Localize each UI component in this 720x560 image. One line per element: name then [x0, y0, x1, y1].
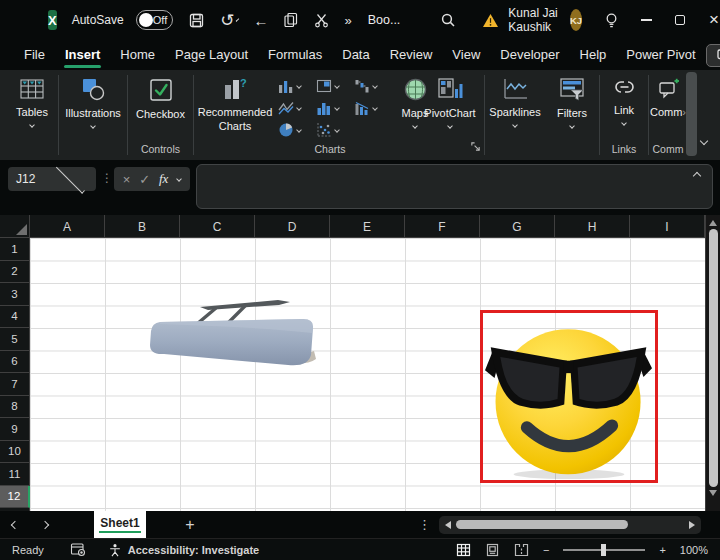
column-header[interactable]: E — [330, 215, 405, 238]
confirm-entry-icon[interactable]: ✓ — [139, 172, 150, 187]
overflow-icon[interactable]: » — [344, 13, 351, 28]
tables-button[interactable]: Tables — [6, 70, 58, 140]
tab-home[interactable]: Home — [110, 42, 165, 69]
scroll-left-icon[interactable] — [445, 521, 451, 529]
tab-developer[interactable]: Developer — [490, 42, 569, 69]
row-header[interactable]: 6 — [0, 351, 30, 374]
row-header[interactable]: 1 — [0, 238, 30, 261]
sparklines-button[interactable]: Sparklines — [486, 70, 544, 140]
add-sheet-button[interactable]: + — [180, 516, 200, 534]
column-header[interactable]: I — [630, 215, 705, 238]
zoom-slider[interactable] — [563, 549, 645, 551]
macro-record-icon[interactable] — [70, 542, 86, 557]
name-box[interactable]: J12 — [8, 167, 96, 191]
row-header[interactable]: 9 — [0, 418, 30, 441]
minimize-button[interactable] — [629, 0, 663, 40]
user-account[interactable]: Kunal Jai Kaushik KJ — [482, 6, 582, 34]
accessibility-status[interactable]: Accessibility: Investigate — [128, 544, 259, 556]
zoom-out-icon[interactable]: − — [543, 544, 549, 556]
boat-3d-model-image[interactable] — [138, 293, 323, 375]
column-header[interactable]: D — [255, 215, 330, 238]
tab-insert[interactable]: Insert — [55, 42, 110, 69]
link-button[interactable]: Link — [601, 70, 647, 140]
accessibility-icon[interactable] — [108, 543, 122, 557]
ribbon-scrollbar[interactable] — [686, 72, 697, 156]
row-header[interactable]: 5 — [0, 328, 30, 351]
tab-view[interactable]: View — [442, 42, 490, 69]
column-header[interactable]: C — [180, 215, 255, 238]
insert-hierarchy-chart-button[interactable] — [316, 78, 339, 94]
row-header[interactable]: 7 — [0, 373, 30, 396]
new-comment-button[interactable]: Comm› — [650, 70, 686, 140]
insert-pie-chart-button[interactable] — [278, 122, 301, 138]
insert-waterfall-chart-button[interactable] — [354, 78, 377, 94]
sheet-options-icon[interactable]: ⋮ — [418, 517, 431, 532]
tab-file[interactable]: File — [14, 42, 55, 69]
scroll-down-icon[interactable] — [709, 490, 717, 496]
scroll-right-icon[interactable] — [689, 521, 695, 529]
insert-statistic-chart-button[interactable] — [316, 100, 339, 116]
cancel-entry-icon[interactable]: × — [123, 172, 131, 187]
back-arrow-icon[interactable]: ← — [253, 12, 268, 29]
illustrations-button[interactable]: Illustrations — [60, 70, 126, 140]
zoom-slider-handle[interactable] — [601, 544, 606, 556]
column-header[interactable]: H — [555, 215, 630, 238]
horizontal-scrollbar[interactable] — [439, 516, 701, 534]
fx-dropdown-icon[interactable] — [176, 176, 182, 182]
insert-combo-chart-button[interactable] — [354, 100, 377, 116]
collapse-ribbon-icon[interactable] — [700, 137, 708, 145]
insert-scatter-chart-button[interactable] — [316, 122, 339, 138]
zoom-in-icon[interactable]: + — [659, 544, 665, 556]
undo-dropdown-icon[interactable] — [236, 18, 240, 22]
close-button[interactable]: × — [697, 0, 720, 40]
row-header[interactable]: 3 — [0, 283, 30, 306]
maximize-button[interactable] — [663, 0, 697, 40]
tab-formulas[interactable]: Formulas — [258, 42, 332, 69]
column-header[interactable]: A — [30, 215, 105, 238]
row-header[interactable]: 4 — [0, 306, 30, 329]
formula-input[interactable] — [196, 164, 713, 209]
save-icon[interactable] — [188, 12, 205, 29]
search-icon[interactable] — [440, 12, 456, 28]
column-header[interactable]: B — [105, 215, 180, 238]
select-all-corner[interactable] — [0, 215, 30, 238]
avatar[interactable]: KJ — [570, 9, 582, 31]
checkbox-button[interactable]: Checkbox — [129, 70, 192, 140]
horizontal-scroll-thumb[interactable] — [456, 520, 628, 529]
row-header[interactable]: 2 — [0, 261, 30, 284]
tab-review[interactable]: Review — [380, 42, 443, 69]
formula-bar-grip-icon[interactable]: ⋮ — [101, 171, 113, 185]
next-sheet-icon[interactable] — [30, 522, 60, 528]
insert-column-chart-button[interactable] — [278, 78, 301, 94]
insert-function-icon[interactable]: fx — [159, 171, 168, 187]
tab-data[interactable]: Data — [332, 42, 379, 69]
tab-power-pivot[interactable]: Power Pivot — [616, 42, 705, 69]
copy-icon[interactable] — [283, 12, 299, 28]
lightbulb-icon[interactable] — [604, 12, 619, 29]
filters-button[interactable]: Filters — [546, 70, 598, 140]
row-header[interactable]: 10 — [0, 441, 30, 464]
column-header[interactable]: F — [405, 215, 480, 238]
tab-page-layout[interactable]: Page Layout — [165, 42, 258, 69]
pivotchart-button[interactable]: PivotChart — [415, 70, 485, 140]
normal-view-icon[interactable] — [456, 543, 471, 557]
recommended-charts-button[interactable]: ? Recommended Charts — [195, 70, 275, 140]
vertical-scrollbar[interactable] — [705, 215, 720, 511]
scroll-up-icon[interactable] — [709, 220, 717, 226]
row-header[interactable]: 11 — [0, 463, 30, 486]
page-break-view-icon[interactable] — [514, 543, 529, 557]
charts-dialog-launcher-icon[interactable] — [470, 141, 481, 152]
vertical-scroll-thumb[interactable] — [709, 229, 718, 487]
page-layout-view-icon[interactable] — [485, 543, 500, 557]
row-header[interactable]: 8 — [0, 396, 30, 419]
autosave-toggle[interactable]: Off — [136, 10, 173, 30]
zoom-level[interactable]: 100% — [680, 544, 708, 556]
previous-sheet-icon[interactable] — [0, 522, 30, 528]
column-header[interactable]: G — [480, 215, 555, 238]
undo-icon[interactable]: ↺ — [220, 10, 234, 31]
comments-button[interactable] — [706, 44, 720, 67]
sheet-tab-sheet1[interactable]: Sheet1 — [94, 511, 146, 538]
row-header-active[interactable]: 12 — [0, 486, 30, 509]
tab-help[interactable]: Help — [570, 42, 617, 69]
workbook-title[interactable]: Boo... — [368, 13, 401, 27]
